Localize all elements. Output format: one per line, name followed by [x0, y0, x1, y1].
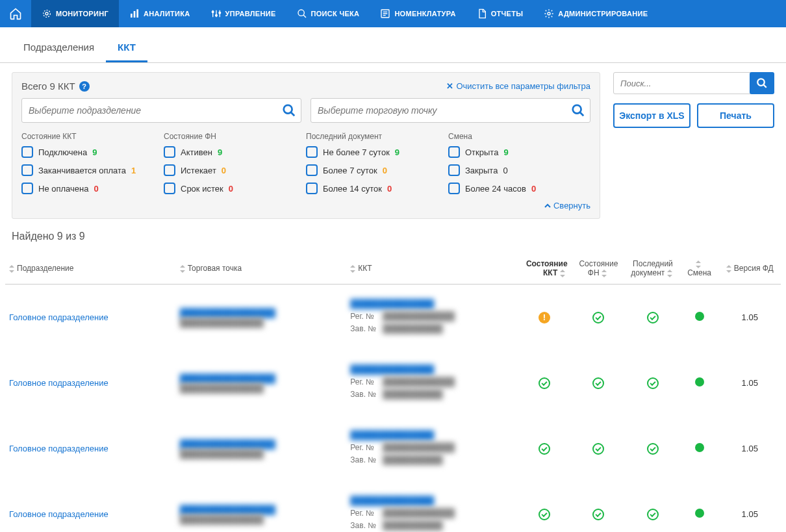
- filter-option-count: 1: [131, 166, 136, 175]
- col-fn-state[interactable]: Состояние ФН: [572, 254, 626, 285]
- department-link[interactable]: Головное подразделение: [9, 312, 108, 322]
- fd-version: 1.05: [718, 416, 781, 481]
- filter-option-count: 0: [222, 166, 226, 175]
- results-count: Найдено 9 из 9: [0, 219, 786, 247]
- checkbox[interactable]: [164, 183, 175, 194]
- filter-option-label: Истекает: [181, 166, 216, 175]
- nav-nomenclature[interactable]: НОМЕНКЛАТУРА: [370, 0, 466, 27]
- checkbox[interactable]: [448, 183, 460, 194]
- kkt-link[interactable]: ██████████████: [350, 430, 513, 440]
- filter-option[interactable]: Заканчивается оплата 1: [21, 164, 164, 176]
- global-search-button[interactable]: [750, 72, 774, 94]
- nav-search-receipt[interactable]: ПОИСК ЧЕКА: [286, 0, 370, 27]
- top-nav: МОНИТОРИНГ АНАЛИТИКА УПРАВЛЕНИЕ ПОИСК ЧЕ…: [0, 0, 786, 27]
- filter-option-label: Заканчивается оплата: [38, 166, 126, 175]
- point-address: ██████████████: [180, 514, 343, 524]
- nav-admin[interactable]: АДМИНИСТРИРОВАНИЕ: [533, 0, 658, 27]
- nav-label: ОТЧЕТЫ: [491, 10, 524, 18]
- filter-group-title: Последний документ: [306, 132, 448, 141]
- svg-point-1: [44, 10, 51, 18]
- col-point[interactable]: Торговая точка: [176, 254, 347, 285]
- department-search[interactable]: [21, 98, 301, 123]
- department-link[interactable]: Головное подразделение: [9, 378, 108, 388]
- checkbox[interactable]: [306, 146, 318, 158]
- status-ok-icon: [592, 377, 604, 389]
- checkbox[interactable]: [21, 146, 33, 158]
- checkbox[interactable]: [306, 183, 318, 194]
- kkt-link[interactable]: ██████████████: [350, 364, 513, 374]
- list-icon: [380, 8, 390, 19]
- point-address: ██████████████: [180, 449, 343, 459]
- status-ok-icon: [647, 443, 659, 455]
- search-icon: [297, 8, 307, 19]
- col-fd-version[interactable]: Версия ФД: [718, 254, 781, 285]
- checkbox[interactable]: [21, 183, 33, 194]
- search-icon[interactable]: [571, 103, 585, 118]
- point-link[interactable]: ████████████████: [180, 439, 343, 449]
- status-ok-icon: [539, 509, 550, 520]
- filter-option[interactable]: Не оплачена 0: [21, 183, 164, 194]
- document-icon: [477, 8, 487, 19]
- checkbox[interactable]: [21, 164, 33, 176]
- filter-option-label: Срок истек: [181, 184, 223, 194]
- col-shift[interactable]: Смена: [680, 254, 719, 285]
- nav-monitoring[interactable]: МОНИТОРИНГ: [31, 0, 119, 27]
- close-icon: ✕: [446, 81, 453, 91]
- global-search-input[interactable]: [613, 72, 751, 94]
- col-kkt[interactable]: ККТ: [346, 254, 517, 285]
- kkt-link[interactable]: ██████████████: [350, 496, 513, 505]
- table-row: Головное подразделение██████████████████…: [5, 416, 781, 481]
- department-link[interactable]: Головное подразделение: [9, 509, 108, 519]
- checkbox[interactable]: [306, 164, 318, 176]
- department-input[interactable]: [21, 98, 301, 123]
- kkt-link[interactable]: ██████████████: [350, 299, 513, 309]
- point-input[interactable]: [311, 98, 590, 123]
- nav-home[interactable]: [0, 0, 31, 27]
- fd-version: 1.05: [718, 350, 781, 416]
- filter-option[interactable]: Не более 7 суток 9: [306, 146, 448, 158]
- checkbox[interactable]: [164, 146, 175, 158]
- col-department[interactable]: Подразделение: [5, 254, 176, 285]
- zav-no-value: ██████████: [383, 389, 442, 399]
- svg-point-8: [298, 10, 304, 16]
- filter-option[interactable]: Активен 9: [164, 146, 306, 158]
- search-icon[interactable]: [282, 103, 296, 118]
- table-row: Головное подразделение██████████████████…: [5, 285, 781, 351]
- filter-option[interactable]: Открыта 9: [448, 146, 590, 158]
- collapse-link[interactable]: Свернуть: [544, 201, 590, 210]
- sliders-icon: [211, 8, 222, 19]
- tab-kkt[interactable]: ККТ: [106, 32, 147, 62]
- department-link[interactable]: Головное подразделение: [9, 444, 108, 453]
- col-kkt-state[interactable]: Состояние ККТ: [517, 254, 572, 285]
- point-link[interactable]: ████████████████: [180, 308, 343, 318]
- monitoring-icon: [42, 8, 52, 19]
- print-button[interactable]: Печать: [697, 103, 774, 128]
- reg-no-value: ████████████: [383, 311, 455, 321]
- checkbox[interactable]: [164, 164, 175, 176]
- filter-option[interactable]: Более 24 часов 0: [448, 183, 590, 194]
- filter-option[interactable]: Более 14 суток 0: [306, 183, 448, 194]
- filter-option[interactable]: Более 7 суток 0: [306, 164, 448, 176]
- clear-filters-link[interactable]: ✕ Очистить все параметры фильтра: [446, 81, 590, 91]
- export-xls-button[interactable]: Экспорт в XLS: [613, 103, 691, 128]
- filter-option[interactable]: Истекает 0: [164, 164, 306, 176]
- filter-option-label: Подключена: [38, 147, 87, 157]
- filter-option[interactable]: Подключена 9: [21, 146, 164, 158]
- checkbox[interactable]: [448, 164, 460, 176]
- nav-reports[interactable]: ОТЧЕТЫ: [466, 0, 534, 27]
- point-search[interactable]: [311, 98, 590, 123]
- checkbox[interactable]: [448, 146, 460, 158]
- nav-label: МОНИТОРИНГ: [56, 10, 108, 18]
- col-last-doc[interactable]: Последний документ: [626, 254, 680, 285]
- point-link[interactable]: ████████████████: [180, 505, 343, 514]
- filter-option[interactable]: Срок истек 0: [164, 183, 306, 194]
- point-link[interactable]: ████████████████: [180, 374, 343, 383]
- reg-no-value: ████████████: [383, 442, 455, 452]
- tab-departments[interactable]: Подразделения: [12, 32, 106, 62]
- filter-option-count: 0: [531, 184, 536, 194]
- nav-analytics[interactable]: АНАЛИТИКА: [119, 0, 201, 27]
- nav-management[interactable]: УПРАВЛЕНИЕ: [201, 0, 286, 27]
- filter-option[interactable]: Закрыта 0: [448, 164, 590, 176]
- help-icon[interactable]: ?: [79, 81, 90, 92]
- svg-point-12: [573, 105, 581, 114]
